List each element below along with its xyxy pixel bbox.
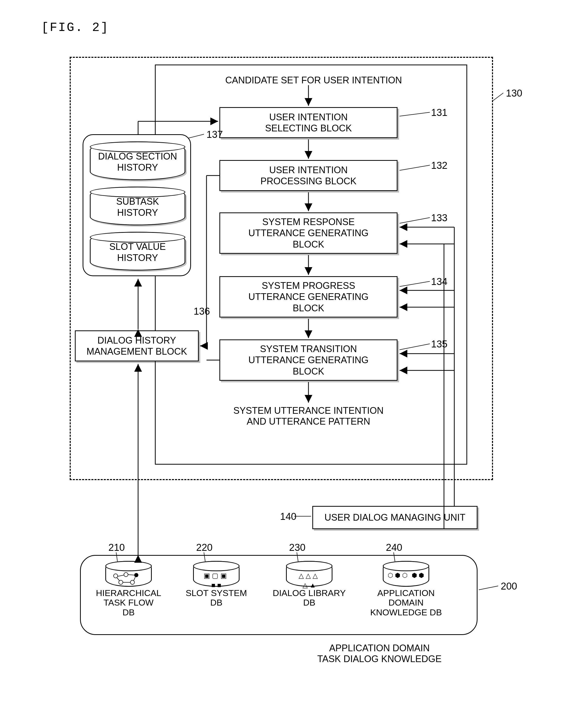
- svg-line-23: [479, 586, 498, 590]
- application-domain-task-label: APPLICATION DOMAIN TASK DIALOG KNOWLEDGE: [284, 643, 475, 665]
- ref-220: 220: [196, 542, 212, 553]
- ref-230: 230: [289, 542, 306, 553]
- user-intention-processing-block: USER INTENTION PROCESSING BLOCK: [219, 160, 398, 191]
- slot-icons: ▣ ▢ ▣■ ■: [194, 571, 239, 590]
- ref-133: 133: [431, 212, 447, 224]
- triangle-icons: △ △ △△ ▲: [287, 571, 332, 590]
- ref-210: 210: [108, 542, 125, 553]
- ref-200: 200: [501, 581, 517, 592]
- user-dialog-managing-unit: USER DIALOG MANAGING UNIT: [312, 506, 478, 529]
- history-group: DIALOG SECTION HISTORY SUBTASK HISTORY S…: [83, 134, 191, 276]
- ref-135: 135: [431, 339, 447, 350]
- svg-point-2: [134, 573, 138, 577]
- svg-line-5: [118, 575, 124, 576]
- svg-line-7: [117, 578, 120, 581]
- application-domain-knowledge-db: ⬡ ⬢ ⬡⬢ ⬢ APPLICATION DOMAIN KNOWLEDGE DB: [367, 561, 445, 617]
- dialog-section-history: DIALOG SECTION HISTORY: [90, 142, 185, 180]
- svg-point-0: [113, 574, 118, 578]
- system-progress-block: SYSTEM PROGRESS UTTERANCE GENERATING BLO…: [219, 276, 398, 317]
- flow-graph-icon: [106, 571, 151, 586]
- slot-value-history: SLOT VALUE HISTORY: [90, 232, 185, 271]
- ref-240: 240: [386, 542, 402, 553]
- ref-140: 140: [280, 511, 296, 522]
- dialog-library-db: △ △ △△ ▲ DIALOG LIBRARY DB: [272, 561, 346, 608]
- ref-130: 130: [506, 88, 522, 99]
- system-transition-block: SYSTEM TRANSITION UTTERANCE GENERATING B…: [219, 339, 398, 381]
- candidate-set-label: CANDIDATE SET FOR USER INTENTION: [191, 75, 436, 86]
- hexagon-icons: ⬡ ⬢ ⬡⬢ ⬢: [383, 571, 428, 580]
- slot-system-db: ▣ ▢ ▣■ ■ SLOT SYSTEM DB: [183, 561, 250, 608]
- hierarchical-task-flow-db: HIERARCHICAL TASK FLOW DB: [95, 561, 162, 617]
- subtask-history: SUBTASK HISTORY: [90, 187, 185, 225]
- ref-137: 137: [207, 129, 223, 140]
- system-utterance-output-label: SYSTEM UTTERANCE INTENTION AND UTTERANCE…: [213, 405, 404, 427]
- ref-136: 136: [194, 306, 210, 317]
- svg-point-4: [130, 580, 134, 584]
- ref-132: 132: [431, 160, 447, 171]
- system-response-block: SYSTEM RESPONSE UTTERANCE GENERATING BLO…: [219, 212, 398, 254]
- svg-line-9: [134, 577, 135, 581]
- svg-line-17: [493, 93, 503, 101]
- diagram-canvas: CANDIDATE SET FOR USER INTENTION USER IN…: [70, 51, 514, 689]
- svg-line-6: [128, 574, 134, 575]
- ref-134: 134: [431, 276, 447, 287]
- knowledge-db-container: HIERARCHICAL TASK FLOW DB ▣ ▢ ▣■ ■ SLOT …: [80, 555, 478, 635]
- user-intention-selecting-block: USER INTENTION SELECTING BLOCK: [219, 107, 398, 138]
- svg-point-1: [124, 572, 128, 577]
- figure-label: [FIG. 2]: [41, 21, 109, 35]
- dialog-history-management-block: DIALOG HISTORY MANAGEMENT BLOCK: [75, 330, 199, 361]
- ref-131: 131: [431, 107, 447, 118]
